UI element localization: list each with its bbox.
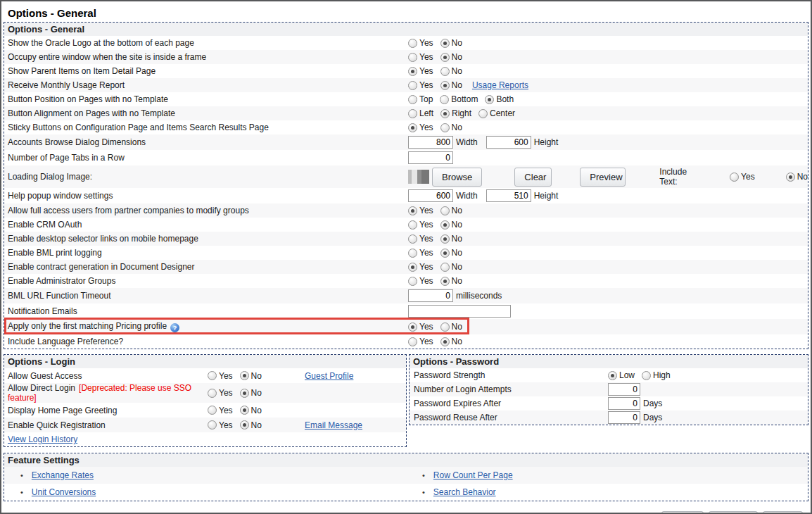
radio-option-both[interactable]: Both [485, 94, 514, 104]
radio-option-yes[interactable]: Yes [730, 172, 755, 182]
no-radio-selected[interactable] [240, 389, 249, 398]
radio-option-yes[interactable]: Yes [208, 388, 233, 398]
radio-option-yes[interactable]: Yes [408, 322, 433, 332]
radio-option-yes[interactable]: Yes [208, 406, 233, 415]
no-radio[interactable] [440, 263, 450, 272]
left-radio[interactable] [408, 109, 417, 118]
right-radio-selected[interactable] [440, 109, 450, 118]
search-behavior-link[interactable]: Search Behavior [433, 487, 496, 497]
radio-option-bottom[interactable]: Bottom [440, 94, 478, 104]
radio-option-low[interactable]: Low [608, 370, 635, 380]
radio-option-yes[interactable]: Yes [408, 206, 433, 215]
radio-option-no[interactable]: No [440, 52, 462, 62]
low-radio-selected[interactable] [608, 371, 617, 380]
no-radio-selected[interactable] [440, 39, 450, 48]
yes-radio[interactable] [408, 337, 417, 346]
number-input[interactable] [408, 151, 453, 164]
exchange-rates-link[interactable]: Exchange Rates [32, 470, 94, 480]
radio-option-yes[interactable]: Yes [408, 38, 433, 48]
no-radio-selected[interactable] [240, 371, 249, 380]
radio-option-high[interactable]: High [642, 370, 671, 380]
radio-option-center[interactable]: Center [478, 108, 515, 118]
radio-option-no[interactable]: No [240, 406, 262, 415]
yes-radio-selected[interactable] [408, 123, 417, 132]
radio-option-no[interactable]: No [440, 206, 462, 215]
radio-option-no[interactable]: No [440, 276, 462, 286]
radio-option-yes[interactable]: Yes [408, 262, 433, 272]
no-radio[interactable] [440, 206, 450, 215]
number-input[interactable] [486, 136, 531, 149]
number-input[interactable] [608, 411, 640, 424]
yes-radio-selected[interactable] [408, 206, 417, 215]
yes-radio[interactable] [408, 220, 417, 230]
update-button[interactable]: Update [709, 511, 758, 514]
no-radio-selected[interactable] [440, 249, 450, 258]
yes-radio-selected[interactable] [408, 67, 417, 76]
yes-radio[interactable] [208, 406, 217, 415]
no-radio-selected[interactable] [440, 53, 450, 62]
number-input[interactable] [408, 189, 453, 202]
radio-option-no[interactable]: No [440, 337, 462, 346]
radio-option-no[interactable]: No [240, 388, 262, 398]
no-radio-selected[interactable] [440, 277, 450, 286]
no-radio[interactable] [440, 123, 450, 132]
yes-radio[interactable] [730, 173, 739, 182]
yes-radio-selected[interactable] [408, 322, 417, 332]
radio-option-no[interactable]: No [240, 371, 262, 381]
yes-radio[interactable] [208, 371, 217, 380]
apply-button[interactable]: Apply [661, 511, 704, 514]
number-input[interactable] [608, 383, 640, 396]
radio-option-yes[interactable]: Yes [408, 234, 433, 244]
radio-option-yes[interactable]: Yes [208, 371, 233, 381]
radio-option-no[interactable]: No [440, 262, 462, 272]
both-radio-selected[interactable] [485, 95, 494, 104]
no-radio-selected[interactable] [240, 406, 249, 415]
clear-button[interactable]: Clear [514, 168, 552, 187]
no-radio[interactable] [440, 322, 450, 332]
radio-option-right[interactable]: Right [440, 108, 471, 118]
radio-option-yes[interactable]: Yes [208, 420, 233, 430]
radio-option-no[interactable]: No [440, 66, 462, 76]
top-radio[interactable] [408, 95, 417, 104]
unit-conversions-link[interactable]: Unit Conversions [32, 487, 96, 497]
radio-option-yes[interactable]: Yes [408, 220, 433, 230]
no-radio-selected[interactable] [440, 337, 450, 346]
number-input[interactable] [608, 397, 640, 410]
number-input[interactable] [408, 136, 453, 149]
center-radio[interactable] [478, 109, 488, 118]
browse-button[interactable]: Browse [432, 168, 482, 187]
view-login-history-link[interactable]: View Login History [8, 434, 77, 444]
guest-profile-link[interactable]: Guest Profile [305, 371, 353, 381]
radio-option-yes[interactable]: Yes [408, 248, 433, 258]
back-button[interactable]: Back [763, 511, 803, 514]
no-radio-selected[interactable] [440, 234, 450, 244]
text-input[interactable] [408, 305, 511, 318]
no-radio[interactable] [440, 67, 450, 76]
radio-option-no[interactable]: No [440, 80, 462, 90]
no-radio-selected[interactable] [440, 81, 450, 90]
yes-radio[interactable] [408, 39, 417, 48]
radio-option-no[interactable]: No [440, 123, 462, 132]
yes-radio[interactable] [408, 53, 417, 62]
radio-option-yes[interactable]: Yes [408, 80, 433, 90]
no-radio-selected[interactable] [786, 173, 795, 182]
no-radio-selected[interactable] [440, 220, 450, 230]
number-input[interactable] [408, 289, 453, 302]
yes-radio[interactable] [208, 389, 217, 398]
radio-option-no[interactable]: No [440, 220, 462, 230]
radio-option-no[interactable]: No [786, 172, 808, 182]
radio-option-no[interactable]: No [440, 234, 462, 244]
email-message-link[interactable]: Email Message [305, 420, 362, 430]
row-count-per-page-link[interactable]: Row Count Per Page [433, 470, 513, 480]
usage-reports-link[interactable]: Usage Reports [472, 80, 528, 90]
yes-radio[interactable] [208, 420, 217, 430]
radio-option-yes[interactable]: Yes [408, 123, 433, 132]
yes-radio[interactable] [408, 249, 417, 258]
no-radio-selected[interactable] [240, 420, 249, 430]
yes-radio[interactable] [408, 234, 417, 244]
number-input[interactable] [486, 189, 531, 202]
radio-option-yes[interactable]: Yes [408, 337, 433, 346]
radio-option-no[interactable]: No [440, 38, 462, 48]
radio-option-yes[interactable]: Yes [408, 276, 433, 286]
help-icon[interactable]: ? [170, 323, 179, 332]
